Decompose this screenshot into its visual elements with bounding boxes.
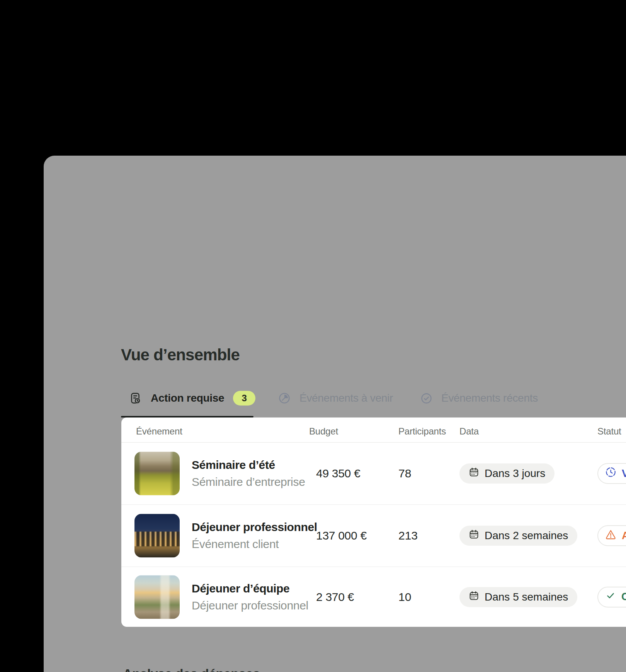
event-title: Séminaire d’été <box>192 458 305 472</box>
event-title: Déjeuner d’équipe <box>192 582 308 595</box>
table-header: Événement Budget Participants Data Statu… <box>121 417 626 443</box>
status-badge: Conforme <box>597 587 626 608</box>
date-badge: Dans 2 semaines <box>459 526 577 546</box>
date-label: Dans 3 jours <box>485 467 545 480</box>
calendar-icon <box>469 591 479 604</box>
check-circle-icon <box>420 392 432 404</box>
tab-action-requise[interactable]: Action requise 3 <box>129 389 255 407</box>
tab-label: Événements récents <box>441 392 538 404</box>
table-row[interactable]: Séminaire d’été Séminaire d’entreprise 4… <box>121 443 626 505</box>
screen: Vue d’ensemble Action requise 3 <box>0 0 626 672</box>
column-header-budget: Budget <box>309 426 338 437</box>
table-row[interactable]: Déjeuner d’équipe Déjeuner professionnel… <box>121 567 626 627</box>
event-budget: 137 000 € <box>316 529 367 542</box>
clock-dashed-icon <box>605 467 616 480</box>
column-header-participants: Participants <box>398 426 446 437</box>
warning-triangle-icon <box>605 529 616 543</box>
check-icon <box>605 590 616 604</box>
status-label: Alerte de coûts <box>622 530 626 542</box>
tab-count-badge: 3 <box>233 391 255 406</box>
overview-card: Vue d’ensemble Action requise 3 <box>44 156 626 672</box>
date-label: Dans 2 semaines <box>485 529 568 542</box>
column-header-data: Data <box>459 426 479 437</box>
tab-evenements-recents[interactable]: Événements récents <box>420 389 538 407</box>
event-budget: 2 370 € <box>316 591 354 604</box>
clock-icon <box>278 392 291 404</box>
page-title: Vue d’ensemble <box>121 346 240 364</box>
event-participants: 10 <box>398 591 411 604</box>
tab-label: Événements à venir <box>299 392 393 404</box>
status-badge: Alerte de coûts <box>597 525 626 546</box>
event-participants: 213 <box>398 529 418 542</box>
event-thumbnail <box>134 514 180 558</box>
status-label: Conforme <box>621 591 626 603</box>
date-badge: Dans 5 semaines <box>459 587 577 607</box>
expenses-section-title: Analyse des dépenses <box>123 666 260 672</box>
tab-evenements-a-venir[interactable]: Événements à venir <box>278 389 393 407</box>
event-title: Déjeuner professionnel <box>192 521 317 534</box>
event-thumbnail <box>134 575 180 619</box>
date-badge: Dans 3 jours <box>459 463 555 484</box>
event-subtitle: Séminaire d’entreprise <box>192 475 305 489</box>
status-label: Validation requise <box>622 468 626 480</box>
status-badge: Validation requise <box>597 463 626 484</box>
event-budget: 49 350 € <box>316 467 360 480</box>
calendar-icon <box>469 467 479 480</box>
column-header-event: Événement <box>136 426 182 437</box>
event-thumbnail <box>134 452 180 496</box>
event-subtitle: Déjeuner professionnel <box>192 599 308 612</box>
calendar-icon <box>469 529 479 542</box>
date-label: Dans 5 semaines <box>485 591 568 603</box>
events-table: Événement Budget Participants Data Statu… <box>121 417 626 627</box>
event-subtitle: Événement client <box>192 538 317 551</box>
tab-label: Action requise <box>151 392 224 404</box>
table-row[interactable]: Déjeuner professionnel Événement client … <box>121 505 626 567</box>
column-header-status: Statut <box>597 426 621 437</box>
task-clock-icon <box>129 392 142 405</box>
event-participants: 78 <box>398 467 411 480</box>
